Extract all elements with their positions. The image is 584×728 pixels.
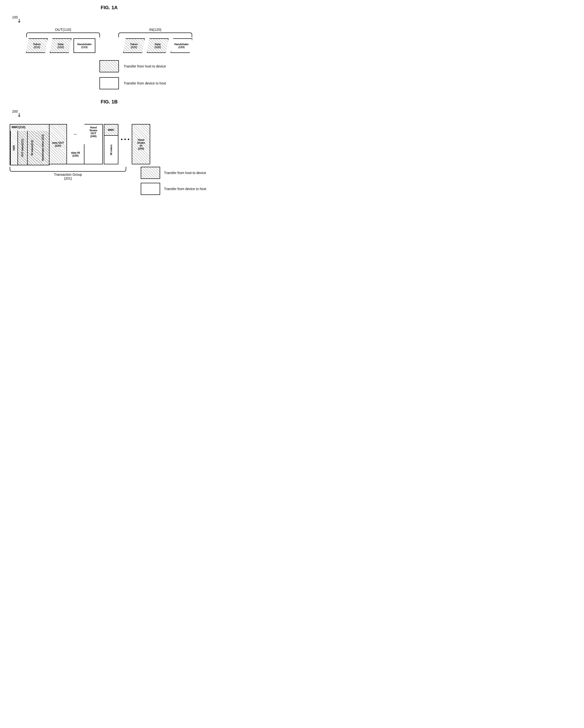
fig1b: FIG. 1B 200 ↘ MMC(210) HDR OUT token(211…: [10, 99, 209, 195]
mmc-small-area: MMC IN token: [104, 124, 118, 164]
mmc-small-block: MMC: [104, 124, 118, 135]
packet-handshake-123: Handshake(123): [170, 38, 192, 53]
transaction-label: Transaction Group(201): [54, 173, 82, 180]
transaction-brace: [10, 167, 126, 172]
out-token-cell: OUT token(211): [18, 131, 27, 165]
fig1a-title: FIG. 1A: [10, 5, 209, 10]
packet-data-112: Data(112): [50, 38, 72, 53]
in-token-cell: IN token(212): [27, 131, 37, 165]
legend-plain-1b: Transfer from device to host: [141, 183, 206, 195]
hdr-cell: HDR: [10, 131, 18, 165]
transaction-group-section: Transaction Group(201): [10, 167, 126, 180]
mmc-small-label: MMC: [108, 128, 114, 131]
label-200: 200: [12, 109, 18, 113]
handshake-out-block: HandShakeOUT(240): [84, 124, 103, 164]
handshake-in-block: HandShakeIN(250): [132, 124, 150, 164]
data-in-block: data IN(230): [67, 144, 84, 164]
in-label: IN(120): [149, 27, 161, 31]
legend-plain-text-1b: Transfer from device to host: [164, 187, 206, 191]
legend-plain: Transfer from device to host: [100, 77, 166, 89]
arrow-left: ←: [73, 124, 78, 144]
fig1b-legend: Transfer from host to device Transfer fr…: [141, 167, 206, 195]
dots: • • •: [118, 136, 132, 142]
fig1b-title: FIG. 1B: [10, 99, 209, 105]
out-brace: [26, 32, 100, 37]
legend-plain-box: [100, 77, 119, 89]
legend-hatched-text: Transfer from host to device: [124, 64, 166, 68]
data-in-label: data IN(230): [71, 151, 80, 157]
legend-hatched: Transfer from host to device: [100, 60, 166, 72]
legend-plain-box-1b: [141, 183, 160, 195]
packet-token-111: Token(111): [26, 38, 48, 53]
mmc-label: MMC(210): [11, 126, 25, 129]
legend-plain-text: Transfer from device to host: [124, 81, 166, 85]
packet-token-121: Token(121): [123, 38, 145, 53]
legend-hatched-text-1b: Transfer from host to device: [164, 171, 206, 175]
in-token-vert: IN token: [104, 135, 118, 164]
handshake-out-label: HandShakeOUT(240): [89, 126, 97, 138]
packet-data-122: Data(122): [147, 38, 169, 53]
handshake-token-cell: Handshake token (213): [37, 131, 49, 165]
mmc-block: MMC(210) HDR OUT token(211) IN token(212…: [10, 124, 50, 165]
fig1a: FIG. 1A 100 ↘ OUT(110) IN(120) Token(111…: [10, 5, 209, 89]
out-label: OUT(110): [55, 27, 71, 31]
in-brace: [118, 32, 192, 37]
legend-hatched-1b: Transfer from host to device: [141, 167, 206, 179]
packet-handshake-113: Handshake(113): [74, 38, 95, 53]
label-100: 100: [12, 15, 18, 19]
handshake-in-label: HandShakeIN(250): [137, 138, 145, 150]
legend-hatched-box: [100, 60, 119, 72]
data-out-block: data OUT(220): [50, 124, 67, 164]
data-out-label: data OUT(220): [52, 141, 64, 147]
legend-hatched-box-1b: [141, 167, 160, 179]
